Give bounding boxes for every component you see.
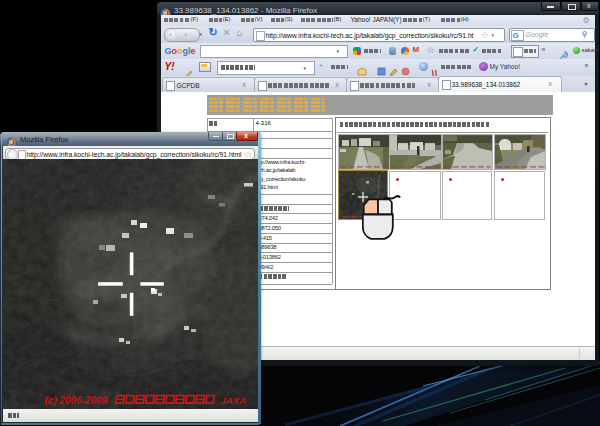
svg-text:(c) 2006-2009: (c) 2006-2009	[45, 395, 108, 406]
svg-text:JAXA: JAXA	[221, 395, 246, 406]
